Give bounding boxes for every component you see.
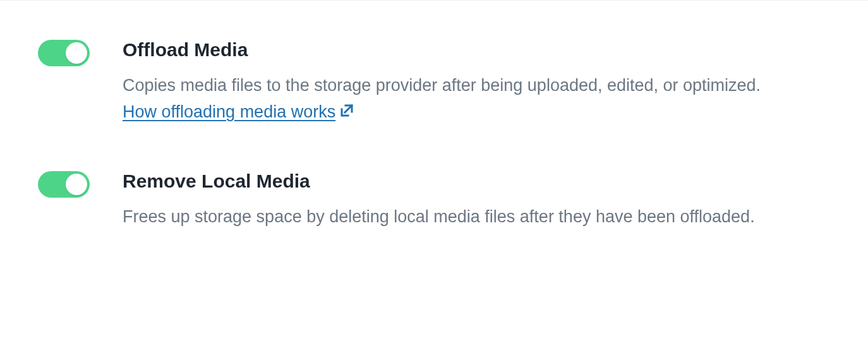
setting-content: Offload Media Copies media files to the … xyxy=(123,39,767,126)
setting-remove-local-media: Remove Local Media Frees up storage spac… xyxy=(38,170,830,230)
setting-title-offload: Offload Media xyxy=(123,39,767,61)
setting-desc-text: Frees up storage space by deleting local… xyxy=(123,207,755,226)
setting-desc-offload: Copies media files to the storage provid… xyxy=(123,73,767,126)
setting-title-remove-local: Remove Local Media xyxy=(123,170,767,193)
link-how-offloading-works[interactable]: How offloading media works xyxy=(123,102,354,121)
setting-desc-text: Copies media files to the storage provid… xyxy=(123,76,761,95)
setting-desc-remove-local: Frees up storage space by deleting local… xyxy=(123,204,767,230)
link-label: How offloading media works xyxy=(123,102,335,121)
toggle-offload-media[interactable] xyxy=(38,40,90,66)
toggle-offload-media-wrap xyxy=(38,39,90,69)
setting-offload-media: Offload Media Copies media files to the … xyxy=(38,39,830,126)
external-link-icon xyxy=(339,103,354,118)
toggle-knob xyxy=(66,42,87,64)
toggle-knob xyxy=(66,174,87,195)
toggle-remove-local-media[interactable] xyxy=(38,171,90,198)
toggle-remove-local-wrap xyxy=(38,170,90,200)
setting-content: Remove Local Media Frees up storage spac… xyxy=(123,170,767,230)
